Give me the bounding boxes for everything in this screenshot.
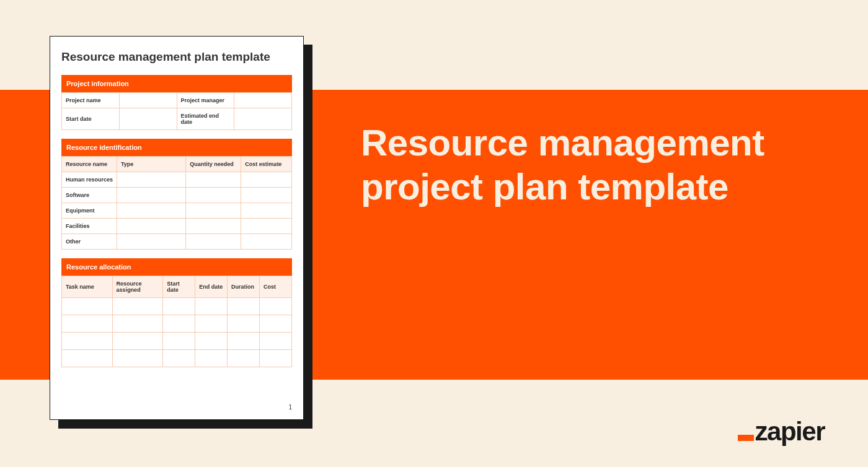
section-project-info: Project information Project name Project… — [61, 75, 292, 130]
column-header: Task name — [62, 276, 113, 298]
cell — [186, 172, 241, 188]
cell — [241, 188, 292, 203]
section-header-resource-alloc: Resource allocation — [61, 258, 292, 276]
cell — [228, 315, 260, 333]
row-label: Human resources — [62, 172, 117, 188]
table-row: Other — [62, 234, 292, 250]
column-header: Cost — [260, 276, 292, 298]
table-row: Human resources — [62, 172, 292, 188]
cell — [260, 333, 292, 350]
cell — [195, 350, 228, 367]
cell — [260, 350, 292, 367]
cell — [241, 234, 292, 250]
section-resource-id: Resource identification Resource name Ty… — [61, 139, 292, 250]
section-resource-alloc: Resource allocation Task name Resource a… — [61, 258, 292, 367]
table-row: Software — [62, 188, 292, 203]
cell — [117, 219, 186, 234]
column-header: Duration — [228, 276, 260, 298]
project-info-table: Project name Project manager Start date … — [61, 92, 292, 130]
table-row — [62, 315, 292, 333]
field-label: Start date — [62, 108, 120, 130]
cell — [112, 315, 163, 333]
cell — [228, 298, 260, 315]
cell — [112, 350, 163, 367]
table-row: Equipment — [62, 203, 292, 219]
section-header-project-info: Project information — [61, 75, 292, 92]
cell — [62, 315, 113, 333]
row-label: Facilities — [62, 219, 117, 234]
logo-underscore-icon — [738, 435, 754, 441]
field-label: Estimated end date — [177, 108, 234, 130]
cell — [186, 219, 241, 234]
column-header: Resource name — [62, 157, 117, 172]
column-header: Quantity needed — [186, 157, 241, 172]
cell — [241, 219, 292, 234]
table-row: Start date Estimated end date — [62, 108, 292, 130]
cell — [186, 234, 241, 250]
resource-alloc-table: Task name Resource assigned Start date E… — [61, 276, 292, 367]
table-row: Facilities — [62, 219, 292, 234]
document-page: Resource management plan template Projec… — [50, 36, 304, 420]
cell — [112, 298, 163, 315]
field-label: Project manager — [177, 93, 234, 108]
page-number: 1 — [61, 399, 292, 411]
column-header: Resource assigned — [112, 276, 163, 298]
column-header: Cost estimate — [241, 157, 292, 172]
cell — [163, 350, 195, 367]
cell — [195, 315, 228, 333]
column-header: End date — [195, 276, 228, 298]
field-value — [119, 108, 177, 130]
field-value — [234, 108, 292, 130]
cell — [195, 298, 228, 315]
row-label: Equipment — [62, 203, 117, 219]
cell — [117, 172, 186, 188]
resource-id-table: Resource name Type Quantity needed Cost … — [61, 156, 292, 250]
table-row: Project name Project manager — [62, 93, 292, 108]
table-header-row: Task name Resource assigned Start date E… — [62, 276, 292, 298]
cell — [117, 234, 186, 250]
field-value — [234, 93, 292, 108]
section-header-resource-id: Resource identification — [61, 139, 292, 156]
cell — [163, 298, 195, 315]
cell — [186, 188, 241, 203]
table-row — [62, 350, 292, 367]
field-label: Project name — [62, 93, 120, 108]
cell — [195, 333, 228, 350]
cell — [117, 188, 186, 203]
row-label: Other — [62, 234, 117, 250]
cell — [163, 333, 195, 350]
cell — [117, 203, 186, 219]
cell — [163, 315, 195, 333]
cell — [260, 315, 292, 333]
cell — [62, 298, 113, 315]
cell — [62, 350, 113, 367]
cell — [228, 333, 260, 350]
field-value — [119, 93, 177, 108]
column-header: Start date — [163, 276, 195, 298]
column-header: Type — [117, 157, 186, 172]
cell — [112, 333, 163, 350]
row-label: Software — [62, 188, 117, 203]
table-row — [62, 333, 292, 350]
logo-text: zapier — [755, 419, 825, 445]
cell — [241, 203, 292, 219]
zapier-logo: zapier — [738, 419, 825, 445]
cell — [186, 203, 241, 219]
cell — [241, 172, 292, 188]
cell — [62, 333, 113, 350]
headline: Resource management project plan templat… — [361, 121, 818, 209]
document-title: Resource management plan template — [61, 50, 292, 64]
table-row — [62, 298, 292, 315]
cell — [228, 350, 260, 367]
table-header-row: Resource name Type Quantity needed Cost … — [62, 157, 292, 172]
cell — [260, 298, 292, 315]
